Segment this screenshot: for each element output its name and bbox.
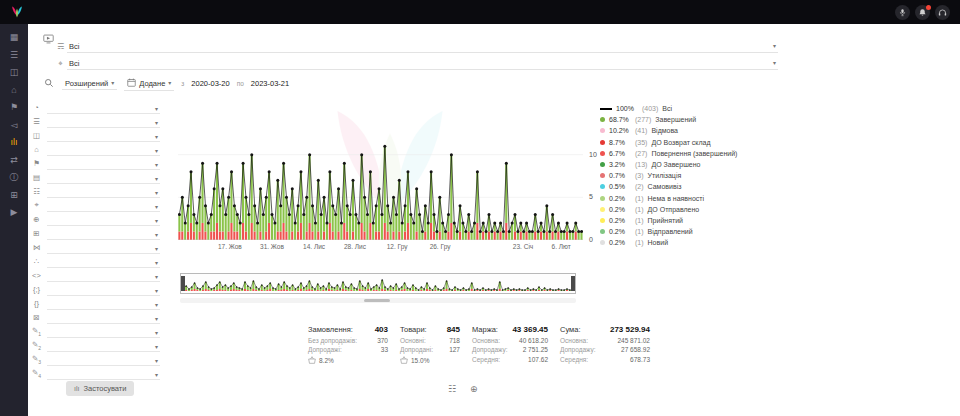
sidebar-marketing-icon[interactable]: ◅ bbox=[11, 119, 18, 131]
region-select[interactable]: ▾ bbox=[47, 204, 160, 212]
delivery-select[interactable]: ▾ bbox=[47, 190, 160, 198]
brush-handle-right[interactable] bbox=[571, 276, 575, 291]
globe-view-icon[interactable]: ⊕ bbox=[470, 384, 478, 394]
legend-item[interactable]: 0.2%(1)Новий bbox=[600, 237, 785, 248]
stat-subrow: Допродажі:33 bbox=[308, 346, 388, 353]
warehouse-select[interactable]: ▾ bbox=[47, 232, 160, 240]
chevron-down-icon: ▾ bbox=[155, 246, 158, 252]
filter-row-source: ◔▾ bbox=[30, 100, 160, 114]
legend-count: (3) bbox=[635, 172, 644, 179]
country-select[interactable]: ▾ bbox=[47, 218, 160, 226]
filter-row-country: ⊕▾ bbox=[30, 212, 160, 226]
legend-label: Відправлений bbox=[648, 228, 693, 235]
utm-select[interactable]: ▾ bbox=[47, 260, 160, 268]
legend-item[interactable]: 0.2%(1)Нема в наявності bbox=[600, 193, 785, 204]
chevron-down-icon: ▾ bbox=[155, 218, 158, 224]
stat-subrow: Основні:718 bbox=[400, 337, 460, 344]
notifications-icon[interactable] bbox=[915, 5, 930, 20]
brush-handle-left[interactable] bbox=[181, 276, 185, 291]
legend-item[interactable]: 10.2%(41)Відмова bbox=[600, 125, 785, 136]
sidebar-apps-icon[interactable]: ⊞ bbox=[10, 189, 18, 201]
custom-field-1-select[interactable]: ▾ bbox=[47, 330, 160, 338]
legend-count: (1) bbox=[635, 228, 644, 235]
microphone-icon[interactable] bbox=[895, 5, 910, 20]
tags-select[interactable]: ▾ bbox=[47, 162, 160, 170]
stat-subrow-value: 27 658.92 bbox=[621, 346, 650, 353]
basket-icon bbox=[308, 356, 316, 365]
custom-field-4-icon: ✎4 bbox=[30, 368, 43, 379]
legend-swatch-icon bbox=[600, 117, 605, 122]
legend-item[interactable]: 0.7%(3)Утилізація bbox=[600, 170, 785, 181]
status-select[interactable]: ▾ bbox=[47, 120, 160, 128]
date-to-input[interactable]: 2023-03-21 bbox=[251, 79, 289, 88]
legend-item[interactable]: 8.7%(35)ДО Возврат склад bbox=[600, 137, 785, 148]
stat-subrow: Середня:107.62 bbox=[472, 356, 548, 363]
custom-field-2-select[interactable]: ▾ bbox=[47, 344, 160, 352]
stat-subrow-label: Середня: bbox=[560, 356, 588, 363]
legend-label: Повернення (завершений) bbox=[651, 150, 737, 157]
stat-subrow: Допродані:127 bbox=[400, 346, 460, 353]
sidebar-orders-icon[interactable]: ☰ bbox=[10, 49, 18, 61]
support-icon[interactable] bbox=[935, 5, 950, 20]
sidebar-video-icon[interactable]: ▶ bbox=[11, 206, 18, 218]
legend-item[interactable]: 100%(403)Всі bbox=[600, 103, 785, 114]
legend-item[interactable]: 0.2%(1)Відправлений bbox=[600, 226, 785, 237]
fields-select[interactable]: ▾ bbox=[47, 302, 160, 310]
source-icon: ◔ bbox=[30, 103, 43, 112]
orders-chart[interactable] bbox=[178, 112, 583, 240]
department-select[interactable]: ▾ bbox=[47, 148, 160, 156]
app-logo-icon[interactable] bbox=[10, 5, 24, 19]
legend-swatch-icon bbox=[600, 184, 605, 189]
chevron-down-icon: ▾ bbox=[155, 330, 158, 336]
source-select[interactable]: ▾ bbox=[47, 106, 160, 114]
apply-button[interactable]: ılı Застосувати bbox=[66, 381, 134, 396]
sidebar-analytics-icon[interactable]: ılı bbox=[10, 136, 17, 148]
sidebar-products-icon[interactable]: ⚑ bbox=[10, 101, 18, 113]
legend-item[interactable]: 0.2%(1)Прийнятий bbox=[600, 215, 785, 226]
checkbox-select[interactable]: ▾ bbox=[47, 316, 160, 324]
legend-item[interactable]: 0.2%(1)ДО Отправлено bbox=[600, 204, 785, 215]
legend-swatch-icon bbox=[600, 140, 605, 145]
date-from-input[interactable]: 2020-03-20 bbox=[191, 79, 229, 88]
filter-row-products-filter: ⋈▾ bbox=[30, 240, 160, 254]
custom-field-3-select[interactable]: ▾ bbox=[47, 358, 160, 366]
stat-subrow-value: 127 bbox=[449, 346, 460, 353]
view-toggles: ☷⊕ bbox=[448, 384, 478, 394]
target-select[interactable]: Всі ▾ bbox=[67, 58, 778, 70]
products-filter-select[interactable]: ▾ bbox=[47, 246, 160, 254]
date-to-label: по bbox=[237, 80, 244, 87]
statuses-select[interactable]: Всі ▾ bbox=[67, 41, 778, 53]
legend-percent: 100% bbox=[616, 105, 638, 112]
chevron-down-icon: ▾ bbox=[111, 80, 114, 86]
sidebar-info-icon[interactable]: ⓘ bbox=[10, 171, 19, 183]
search-icon[interactable] bbox=[42, 78, 55, 90]
statuses-filter-row: ☴ Всі ▾ bbox=[42, 38, 778, 55]
manager-select[interactable]: ▾ bbox=[47, 134, 160, 142]
legend-item[interactable]: 3.2%(13)ДО Завершено bbox=[600, 159, 785, 170]
search-mode-select[interactable]: Розширений ▾ bbox=[62, 78, 117, 90]
date-field-select[interactable]: Додане ▾ bbox=[124, 77, 174, 91]
chevron-down-icon: ▾ bbox=[155, 106, 158, 112]
params-select[interactable]: ▾ bbox=[47, 288, 160, 296]
legend-item[interactable]: 0.5%(2)Самовивіз bbox=[600, 181, 785, 192]
scrollbar-thumb[interactable] bbox=[364, 299, 390, 302]
filter-row-status: ☰▾ bbox=[30, 114, 160, 128]
sidebar-integrations-icon[interactable]: ⇄ bbox=[10, 154, 18, 166]
filter-row-fields: {}▾ bbox=[30, 296, 160, 310]
tags-icon: ⚑ bbox=[30, 159, 43, 168]
custom-field-4-select[interactable]: ▾ bbox=[47, 372, 160, 380]
legend-item[interactable]: 6.7%(27)Повернення (завершений) bbox=[600, 148, 785, 159]
legend-item[interactable]: 68.7%(277)Завершений bbox=[600, 114, 785, 125]
horizontal-scrollbar[interactable] bbox=[180, 298, 576, 303]
code-select[interactable]: ▾ bbox=[47, 274, 160, 282]
sidebar-dashboard-icon[interactable]: ▦ bbox=[10, 31, 19, 43]
stat-column: Товари:845Основні:718Допродані:12715.0% bbox=[400, 325, 460, 365]
list-view-icon[interactable]: ☷ bbox=[448, 384, 456, 394]
sidebar-home-icon[interactable]: ⌂ bbox=[11, 84, 16, 96]
chart-brush[interactable] bbox=[180, 273, 576, 294]
legend-label: Завершений bbox=[655, 116, 696, 123]
sidebar-clients-icon[interactable]: ◫ bbox=[10, 66, 19, 78]
legend-count: (1) bbox=[635, 239, 644, 246]
legend-label: Відмова bbox=[651, 127, 678, 134]
payment-select[interactable]: ▾ bbox=[47, 176, 160, 184]
